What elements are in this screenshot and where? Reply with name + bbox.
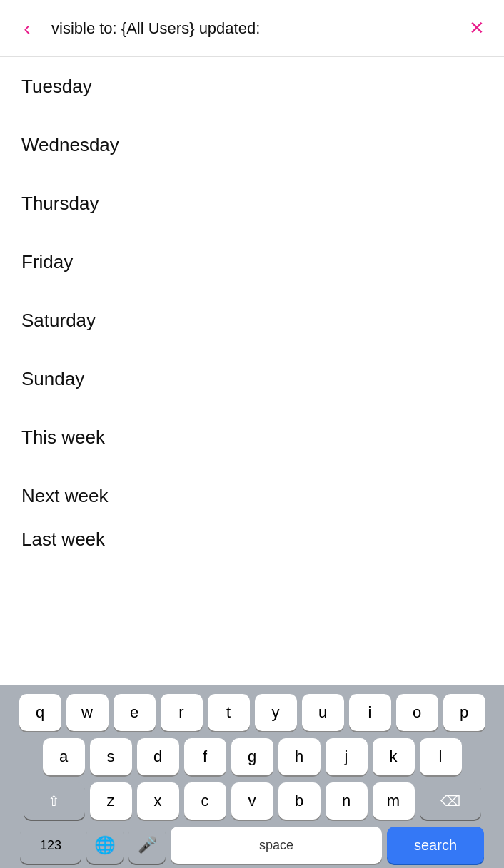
key-z[interactable]: z (90, 782, 132, 820)
key-k[interactable]: k (373, 738, 415, 775)
key-q[interactable]: q (19, 694, 61, 731)
search-key-label: search (414, 837, 457, 854)
list-item-label: Last week (21, 529, 105, 551)
list-item[interactable]: Sunday (0, 349, 504, 408)
list-item-label: This week (21, 427, 105, 449)
key-a[interactable]: a (43, 738, 85, 775)
list-item-label: Wednesday (21, 134, 119, 156)
list-item-label: Next week (21, 485, 108, 507)
list-item[interactable]: Tuesday (0, 57, 504, 116)
back-button[interactable]: ‹ (11, 13, 43, 44)
list-item[interactable]: Last week (0, 525, 504, 553)
list-item[interactable]: Friday (0, 233, 504, 291)
key-s[interactable]: s (90, 738, 132, 775)
key-m[interactable]: m (373, 782, 415, 820)
keyboard-row-bottom: 123 🌐 🎤 space search (4, 827, 500, 864)
globe-icon: 🌐 (94, 835, 116, 855)
key-f[interactable]: f (184, 738, 226, 775)
key-o[interactable]: o (396, 694, 438, 731)
key-x[interactable]: x (137, 782, 179, 820)
microphone-key[interactable]: 🎤 (128, 827, 166, 864)
search-input[interactable] (51, 19, 453, 38)
shift-key[interactable]: ⇧ (24, 782, 85, 820)
key-y[interactable]: y (255, 694, 297, 731)
key-j[interactable]: j (326, 738, 368, 775)
key-u[interactable]: u (302, 694, 344, 731)
key-g[interactable]: g (231, 738, 273, 775)
list-item-label: Saturday (21, 310, 96, 332)
key-b[interactable]: b (278, 782, 321, 820)
space-key-label: space (259, 838, 293, 853)
list-item[interactable]: Wednesday (0, 116, 504, 174)
keyboard-row-2: a s d f g h j k l (4, 738, 500, 775)
search-input-wrapper (43, 19, 461, 38)
key-r[interactable]: r (161, 694, 203, 731)
numbers-key[interactable]: 123 (20, 827, 81, 864)
search-key[interactable]: search (387, 827, 484, 864)
keyboard: q w e r t y u i o p a s d f g h j k l ⇧ … (0, 685, 504, 868)
list-item[interactable]: Saturday (0, 291, 504, 349)
list-item[interactable]: Next week (0, 466, 504, 525)
close-icon: ✕ (469, 17, 485, 39)
key-l[interactable]: l (420, 738, 462, 775)
key-p[interactable]: p (443, 694, 485, 731)
suggestions-list: Tuesday Wednesday Thursday Friday Saturd… (0, 57, 504, 553)
key-h[interactable]: h (278, 738, 321, 775)
key-e[interactable]: e (114, 694, 156, 731)
list-item-label: Thursday (21, 193, 99, 215)
numbers-key-label: 123 (40, 838, 61, 853)
microphone-icon: 🎤 (138, 836, 157, 854)
keyboard-row-3: ⇧ z x c v b n m ⌫ (4, 782, 500, 820)
list-item[interactable]: Thursday (0, 174, 504, 233)
key-v[interactable]: v (231, 782, 273, 820)
key-n[interactable]: n (326, 782, 368, 820)
key-i[interactable]: i (349, 694, 391, 731)
delete-icon: ⌫ (440, 792, 460, 810)
key-t[interactable]: t (208, 694, 250, 731)
list-item-label: Friday (21, 251, 73, 273)
key-c[interactable]: c (184, 782, 226, 820)
search-bar: ‹ ✕ (0, 0, 504, 57)
list-item-label: Sunday (21, 368, 84, 390)
shift-icon: ⇧ (48, 792, 60, 810)
space-key[interactable]: space (171, 827, 382, 864)
list-item[interactable]: This week (0, 408, 504, 466)
key-d[interactable]: d (137, 738, 179, 775)
clear-button[interactable]: ✕ (461, 13, 493, 44)
back-icon: ‹ (24, 17, 30, 40)
globe-key[interactable]: 🌐 (86, 827, 124, 864)
key-w[interactable]: w (66, 694, 109, 731)
delete-key[interactable]: ⌫ (420, 782, 481, 820)
list-item-label: Tuesday (21, 76, 92, 98)
keyboard-row-1: q w e r t y u i o p (4, 694, 500, 731)
